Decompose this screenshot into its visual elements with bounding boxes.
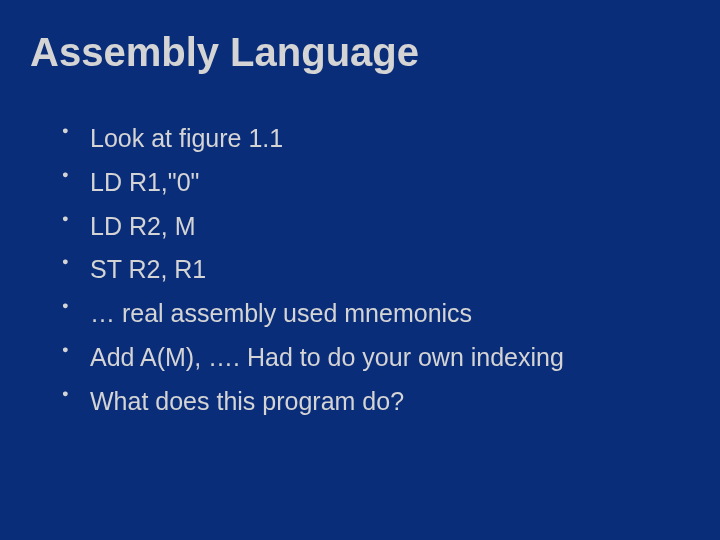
slide-container: Assembly Language Look at figure 1.1 LD … [0, 0, 720, 540]
bullet-list: Look at figure 1.1 LD R1,"0" LD R2, M ST… [30, 117, 690, 423]
list-item: LD R1,"0" [62, 161, 690, 205]
list-item: Add A(M), …. Had to do your own indexing [62, 336, 690, 380]
slide-title: Assembly Language [30, 30, 690, 75]
list-item: What does this program do? [62, 380, 690, 424]
list-item: Look at figure 1.1 [62, 117, 690, 161]
list-item: LD R2, M [62, 205, 690, 249]
list-item: ST R2, R1 [62, 248, 690, 292]
list-item: … real assembly used mnemonics [62, 292, 690, 336]
